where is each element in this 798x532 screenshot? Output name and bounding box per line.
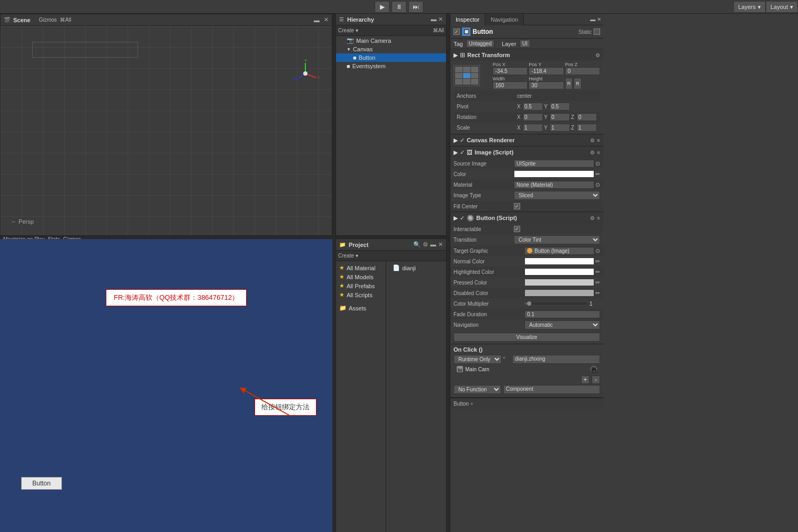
canvas-renderer-header[interactable]: ▶ ✓ Canvas Renderer ⚙ ≡	[450, 134, 603, 146]
collapse-icon[interactable]: ▬	[314, 17, 320, 23]
color-multiplier-slider[interactable]: 1	[524, 301, 600, 307]
pick-icon[interactable]: ⊙	[595, 181, 600, 188]
rect-transform-header[interactable]: ▶ ⊞ Rect Transform ⚙	[450, 49, 603, 61]
settings-icon[interactable]: ⚙	[590, 137, 595, 143]
static-checkbox[interactable]	[594, 29, 600, 35]
disabled-color-swatch[interactable]	[524, 289, 594, 297]
pressed-color-swatch[interactable]	[524, 279, 594, 286]
hierarchy-item-canvas[interactable]: ▼ Canvas	[336, 45, 446, 53]
color-swatch[interactable]	[514, 170, 594, 178]
project-create[interactable]: Create ▾	[338, 253, 358, 259]
hierarchy-close[interactable]: ▬ ✕	[431, 16, 443, 23]
close-icon[interactable]: ✕	[324, 16, 329, 23]
add-onclick-button[interactable]: +	[581, 375, 590, 384]
menu-icon[interactable]: ≡	[597, 150, 600, 155]
scale-z-field[interactable]	[577, 124, 597, 132]
all-label[interactable]: ⌘All	[60, 17, 71, 23]
remove-onclick-button[interactable]: -	[592, 375, 600, 384]
inspector-header-icons: ▬ ✕	[590, 14, 603, 25]
step-button[interactable]: ⏭	[409, 1, 423, 13]
fade-duration-field[interactable]	[524, 310, 600, 318]
assets-section: 📁 Assets	[336, 304, 386, 313]
normal-color-swatch[interactable]	[524, 258, 594, 265]
rot-y-field[interactable]	[550, 113, 570, 121]
image-script-section: ▶ ✓ 🖼 Image (Script) ⚙ ≡ Source Image UI…	[450, 146, 603, 212]
top-toolbar: ▶ ⏸ ⏭ Layers ▾ Layout ▾	[0, 0, 798, 14]
color-multiplier-value: 1	[524, 301, 600, 307]
height-field[interactable]	[529, 81, 564, 89]
tab-navigation[interactable]: Navigation	[485, 14, 524, 25]
pos-z-field[interactable]	[565, 67, 600, 75]
runtime-only-select[interactable]: Runtime Only	[454, 355, 502, 364]
highlighted-color-swatch[interactable]	[524, 268, 594, 276]
image-type-dropdown[interactable]: Sliced	[514, 191, 600, 200]
button-script-header[interactable]: ▶ ✓ 🔘 Button (Script) ⚙ ≡	[450, 212, 603, 224]
target-graphic-field[interactable]: Button (Image)	[524, 247, 594, 255]
pos-x-field[interactable]	[493, 67, 528, 75]
asset-dianji[interactable]: 📄 dianji	[391, 263, 418, 272]
gizmos-label[interactable]: Gizmos	[39, 17, 57, 23]
search-icon[interactable]: 🔍	[413, 241, 421, 248]
y-label: Y	[544, 104, 549, 109]
close-icon[interactable]: ▬ ✕	[590, 16, 601, 22]
fill-center-checkbox[interactable]: ✓	[514, 203, 520, 209]
edit-icon[interactable]: ✏	[595, 269, 600, 276]
settings-icon[interactable]: ⚙	[590, 215, 595, 221]
hierarchy-item-button[interactable]: ■ Button	[336, 53, 446, 62]
material-field[interactable]: None (Material)	[514, 181, 594, 189]
fav-item-allscripts[interactable]: ★ All Scripts	[336, 290, 386, 299]
navigation-dropdown[interactable]: Automatic	[524, 320, 600, 329]
hierarchy-item-maincamera[interactable]: 📷 Main Camera	[336, 36, 446, 45]
pivot-x-field[interactable]	[523, 103, 543, 111]
rotation-label: Rotation	[457, 114, 515, 120]
pick-icon[interactable]: ⊙	[595, 160, 600, 167]
tab-inspector[interactable]: Inspector	[450, 14, 485, 25]
settings-icon[interactable]: ⚙	[595, 52, 600, 58]
hierarchy-create[interactable]: Create ▾	[338, 27, 358, 33]
interactable-checkbox[interactable]: ✓	[514, 226, 520, 232]
edit-icon[interactable]: ✏	[595, 258, 600, 265]
layout-dropdown[interactable]: Layout ▾	[766, 1, 798, 13]
width-field[interactable]	[493, 81, 528, 89]
anchor-widget[interactable]	[454, 65, 480, 86]
rot-z-field[interactable]	[577, 113, 597, 121]
image-script-header[interactable]: ▶ ✓ 🖼 Image (Script) ⚙ ≡	[450, 146, 603, 158]
tag-dropdown[interactable]: Untagged	[466, 40, 494, 48]
layers-dropdown[interactable]: Layers ▾	[733, 1, 766, 13]
project-x[interactable]: ✕	[438, 241, 443, 248]
fav-item-allprefabs[interactable]: ★ All Prefabs	[336, 281, 386, 290]
r-button[interactable]: R	[565, 78, 573, 89]
edit-icon[interactable]: ✏	[595, 171, 600, 178]
component-field[interactable]: Component	[503, 385, 600, 394]
transition-dropdown[interactable]: Color Tint	[514, 235, 600, 244]
play-button[interactable]: ▶	[375, 1, 389, 13]
layer-dropdown[interactable]: UI	[520, 40, 530, 48]
hierarchy-item-eventsystem[interactable]: ■ Eventsystem	[336, 62, 446, 70]
r-button2[interactable]: R	[574, 78, 582, 89]
settings-icon[interactable]: ⚙	[590, 150, 595, 155]
menu-icon[interactable]: ≡	[597, 137, 600, 143]
active-checkbox[interactable]: ✓	[454, 29, 460, 35]
edit-icon[interactable]: ✏	[595, 279, 600, 286]
scale-x-field[interactable]	[523, 124, 543, 132]
component-select[interactable]: No Function	[454, 385, 501, 394]
fav-item-allmodels[interactable]: ★ All Models	[336, 272, 386, 281]
project-close[interactable]: ▬	[430, 241, 436, 248]
scale-y-field[interactable]	[550, 124, 570, 132]
pos-y-field[interactable]	[529, 67, 564, 75]
fav-item-allmaterial[interactable]: ★ All Material	[336, 263, 386, 272]
edit-icon[interactable]: ✏	[595, 290, 600, 297]
source-image-field[interactable]: UISprite	[514, 160, 594, 168]
scene-canvas[interactable]: Y X Z ← Persp	[1, 26, 332, 235]
menu-icon[interactable]: ≡	[597, 215, 600, 221]
function-field[interactable]: dianji.zhixing	[512, 355, 600, 364]
visualize-button[interactable]: Visualize	[454, 333, 600, 342]
game-button[interactable]: Button	[21, 477, 62, 490]
project-icon-btn[interactable]: ⚙	[423, 241, 428, 248]
pause-button[interactable]: ⏸	[392, 1, 406, 13]
pivot-y-field[interactable]	[550, 103, 570, 111]
hierarchy-all[interactable]: ⌘All	[433, 27, 444, 33]
main-cam-pick[interactable]: ⊙	[591, 366, 597, 372]
rot-x-field[interactable]	[523, 113, 543, 121]
pick-icon[interactable]: ⊙	[595, 247, 600, 254]
